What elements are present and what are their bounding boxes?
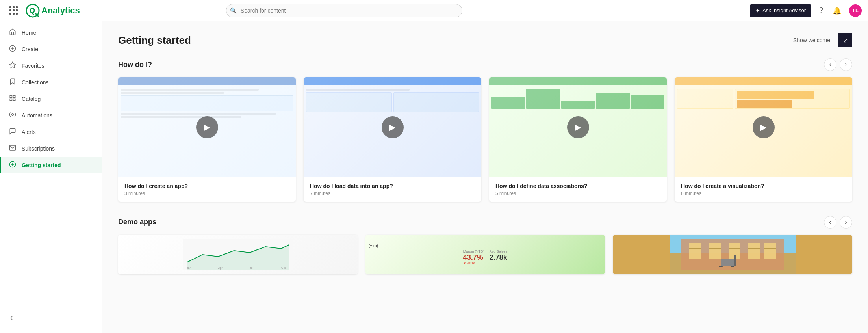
sidebar-item-catalog[interactable]: Catalog <box>0 91 102 107</box>
avatar[interactable]: TL <box>849 4 862 17</box>
svg-rect-37 <box>731 266 734 267</box>
sidebar-item-label: Catalog <box>22 96 41 102</box>
sidebar-item-alerts[interactable]: Alerts <box>0 124 102 140</box>
video-card-duration-2: 7 minutes <box>310 191 475 196</box>
how-do-i-title: How do I? <box>118 61 152 69</box>
search-icon: 🔍 <box>230 7 237 14</box>
play-button-4[interactable]: ▶ <box>753 116 775 138</box>
svg-rect-25 <box>709 243 721 259</box>
play-button-1[interactable]: ▶ <box>196 116 218 138</box>
video-card-1[interactable]: ▶ How do I create an app? 3 minutes <box>118 77 296 202</box>
kpi-delta-m: ▼ 43.16 <box>463 262 484 265</box>
grid-icon <box>8 5 19 16</box>
svg-rect-27 <box>748 243 760 259</box>
video-card-3[interactable]: ▶ How do I define data associations? 5 m… <box>489 77 667 202</box>
collections-icon <box>9 78 16 87</box>
kpi-value-m: 43.7% <box>463 253 484 262</box>
sidebar-item-label: Create <box>22 46 38 52</box>
video-thumbnail-3: ▶ <box>489 77 667 177</box>
kpi-label-avg: Avg Sales / <box>490 249 507 253</box>
play-button-2[interactable]: ▶ <box>382 116 404 138</box>
video-thumbnail-2: ▶ <box>304 77 481 177</box>
demo-cards-grid: Jan Apr Jul Oct (YTD) Margin (YTD) 43.7% <box>118 235 852 274</box>
demo-next-button[interactable]: › <box>840 216 852 229</box>
demo-kpi-label-ytd: (YTD) <box>369 244 378 248</box>
svg-text:Apr: Apr <box>218 266 223 270</box>
thumbnail-inner-2: ▶ <box>304 77 481 177</box>
svg-rect-9 <box>13 99 15 101</box>
demo-chart-1: Jan Apr Jul Oct <box>183 239 293 270</box>
sidebar-collapse-button[interactable] <box>0 311 102 327</box>
video-card-title-4: How do I create a visualization? <box>681 183 846 189</box>
qlik-logo-svg: Q <box>26 4 40 18</box>
demo-kpi-block-1: Margin (YTD) 43.7% ▼ 43.16 <box>463 249 484 265</box>
qlik-logo[interactable]: Q Analytics <box>26 4 80 18</box>
navbar-left: Q Analytics <box>6 3 80 18</box>
help-button[interactable]: ? <box>818 5 825 16</box>
sidebar-item-favorites[interactable]: Favorites <box>0 58 102 74</box>
section-prev-button[interactable]: ‹ <box>824 58 836 71</box>
demo-section-header: Demo apps ‹ › <box>118 216 852 229</box>
svg-text:Jan: Jan <box>187 266 191 269</box>
thumbnail-inner-1: ▶ <box>118 77 296 177</box>
demo-card-1[interactable]: Jan Apr Jul Oct <box>118 235 358 274</box>
demo-card-3[interactable] <box>613 235 852 274</box>
navbar: Q Analytics 🔍 ✦ Ask Insight Advisor ? 🔔 … <box>0 0 868 21</box>
svg-point-11 <box>12 114 14 116</box>
svg-rect-7 <box>10 95 12 97</box>
demo-section-nav: ‹ › <box>824 216 852 229</box>
demo-kpi-row: Margin (YTD) 43.7% ▼ 43.16 Avg Sales / 2… <box>463 249 507 265</box>
sidebar-item-create[interactable]: Create <box>0 41 102 58</box>
insight-advisor-button[interactable]: ✦ Ask Insight Advisor <box>750 4 811 17</box>
video-card-info-2: How do I load data into an app? 7 minute… <box>304 177 481 202</box>
navbar-right: ✦ Ask Insight Advisor ? 🔔 TL <box>750 4 862 17</box>
section-nav: ‹ › <box>824 58 852 71</box>
page-title: Getting started <box>118 34 191 47</box>
search-bar: 🔍 <box>226 4 462 17</box>
svg-rect-24 <box>689 243 701 259</box>
sidebar-item-getting-started[interactable]: Getting started <box>0 157 102 173</box>
demo-card-inner-2: (YTD) Margin (YTD) 43.7% ▼ 43.16 Avg Sal… <box>365 235 605 274</box>
sidebar-item-collections[interactable]: Collections <box>0 74 102 91</box>
svg-rect-28 <box>764 243 776 259</box>
kpi-value-avg: 2.78k <box>490 253 507 262</box>
bell-icon: 🔔 <box>833 6 841 15</box>
video-card-4[interactable]: ▶ How do I create a visualization? 6 min… <box>675 77 852 202</box>
sidebar-item-subscriptions[interactable]: Subscriptions <box>0 140 102 157</box>
play-button-3[interactable]: ▶ <box>567 116 589 138</box>
demo-card-inner-1: Jan Apr Jul Oct <box>118 235 358 274</box>
search-input[interactable] <box>226 4 462 17</box>
expand-button[interactable]: ⤢ <box>838 33 852 47</box>
sidebar-item-label: Automations <box>22 112 52 119</box>
notifications-button[interactable]: 🔔 <box>831 5 843 17</box>
star-icon <box>9 61 16 70</box>
grid-menu-button[interactable] <box>6 3 21 18</box>
demo-prev-button[interactable]: ‹ <box>824 216 836 229</box>
thumbnail-inner-3: ▶ <box>489 77 667 177</box>
home-icon <box>9 28 16 37</box>
show-welcome-button[interactable]: Show welcome <box>793 37 830 43</box>
svg-rect-10 <box>10 99 12 101</box>
section-next-button[interactable]: › <box>840 58 852 71</box>
thumbnail-inner-4: ▶ <box>675 77 852 177</box>
header-actions: Show welcome ⤢ <box>793 33 852 47</box>
demo-card-2[interactable]: (YTD) Margin (YTD) 43.7% ▼ 43.16 Avg Sal… <box>365 235 605 274</box>
demo-chevron-right-icon: › <box>845 219 847 226</box>
alerts-icon <box>9 128 16 136</box>
video-card-info-1: How do I create an app? 3 minutes <box>118 177 296 202</box>
app-title: Analytics <box>41 6 80 16</box>
sidebar-item-automations[interactable]: Automations <box>0 107 102 124</box>
sidebar-item-label: Subscriptions <box>22 145 55 152</box>
video-card-duration-1: 3 minutes <box>124 191 289 196</box>
warehouse-scene <box>670 235 796 274</box>
video-card-duration-3: 5 minutes <box>495 191 660 196</box>
chevron-left-icon: ‹ <box>829 61 831 68</box>
video-card-title-2: How do I load data into an app? <box>310 183 475 189</box>
chevron-right-icon: › <box>845 61 847 68</box>
sidebar-item-home[interactable]: Home <box>0 24 102 41</box>
sidebar: Home Create Favorites Collections Catalo… <box>0 21 102 333</box>
video-card-2[interactable]: ▶ How do I load data into an app? 7 minu… <box>304 77 481 202</box>
kpi-divider <box>487 249 487 265</box>
collapse-icon <box>8 314 15 323</box>
getting-started-icon <box>9 161 16 169</box>
